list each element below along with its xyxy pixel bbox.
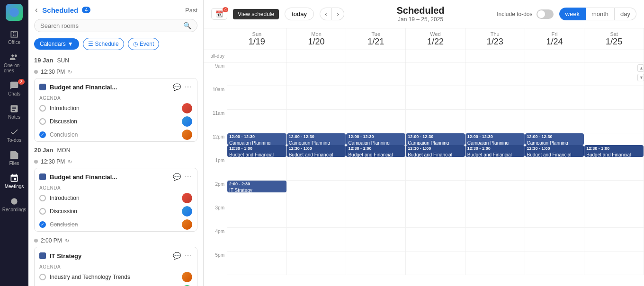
cell-4pm-3[interactable] <box>406 228 465 251</box>
cell-11am-5[interactable] <box>525 110 585 133</box>
event-budget-fri[interactable]: 12:30 - 1:00 Budget and Financial Review <box>525 145 584 157</box>
cell-3pm-1[interactable] <box>287 204 347 228</box>
sidebar-item-chats[interactable]: 3 Chats <box>2 78 27 99</box>
cell-2pm-6[interactable] <box>584 181 644 204</box>
refresh-icon-1-0[interactable]: ↻ <box>68 159 72 165</box>
cell-3pm-0[interactable] <box>227 204 287 228</box>
cell-9am-6[interactable] <box>584 62 644 86</box>
sidebar-item-one-on-ones[interactable]: One-on-ones <box>2 50 27 76</box>
cell-11am-1[interactable] <box>287 110 347 133</box>
cell-1pm-5[interactable] <box>525 157 585 181</box>
prev-arrow[interactable]: ‹ <box>320 8 332 20</box>
cell-12pm-5[interactable]: 12:00 - 12:30 Campaign Planning 12:30 - … <box>525 133 585 157</box>
cell-5pm-1[interactable] <box>287 251 347 275</box>
cell-12pm-0[interactable]: 12:00 - 12:30 Campaign Planning 12:30 - … <box>227 133 287 157</box>
sidebar-item-files[interactable]: Files <box>2 147 27 169</box>
meeting-card-1-0[interactable]: Budget and Financial... 💬 ⋯ AGENDA Intro… <box>34 168 197 232</box>
cell-4pm-4[interactable] <box>465 228 525 251</box>
event-budget-sun[interactable]: 12:30 - 1:00 Budget and Financial Review <box>227 145 286 157</box>
include-todos-toggle[interactable] <box>537 9 554 19</box>
cell-1pm-6[interactable] <box>584 157 644 181</box>
cell-11am-4[interactable] <box>465 110 525 133</box>
scroll-up-button[interactable]: ▲ <box>637 64 644 72</box>
cell-9am-2[interactable] <box>346 62 406 86</box>
cell-12pm-2[interactable]: 12:00 - 12:30 Campaign Planning 12:30 - … <box>346 133 406 157</box>
schedule-button[interactable]: ☰ Schedule <box>83 38 124 50</box>
cell-9am-4[interactable] <box>465 62 525 86</box>
cell-2pm-0[interactable]: 2:00 - 2:30 IT Strategy <box>227 181 287 204</box>
event-budget-wed[interactable]: 12:30 - 1:00 Budget and Financial Review <box>406 145 465 157</box>
event-budget-thu[interactable]: 12:30 - 1:00 Budget and Financial Review <box>465 145 525 157</box>
cell-9am-3[interactable] <box>406 62 465 86</box>
sidebar-item-notes[interactable]: Notes <box>2 101 27 122</box>
refresh-icon-1-1[interactable]: ↻ <box>65 238 69 244</box>
event-campaign-sun[interactable]: 12:00 - 12:30 Campaign Planning <box>227 133 286 145</box>
cell-3pm-4[interactable] <box>465 204 525 228</box>
event-budget-sat[interactable]: 12:30 - 1:00 Budget and Financial Review <box>584 145 644 157</box>
calendar-icon-button[interactable]: 📆 4 <box>211 8 227 20</box>
today-button[interactable]: today <box>285 8 314 20</box>
cell-4pm-5[interactable] <box>525 228 585 251</box>
event-it-strategy[interactable]: 2:00 - 2:30 IT Strategy <box>227 181 286 192</box>
sidebar-item-recordings[interactable]: Recordings <box>2 194 27 215</box>
meeting-card-1-1[interactable]: IT Strategy 💬 ⋯ AGENDA Industry and Tech… <box>34 247 197 286</box>
cell-5pm-4[interactable] <box>465 251 525 275</box>
tab-month[interactable]: month <box>586 8 615 20</box>
cell-2pm-3[interactable] <box>406 181 465 204</box>
cell-12pm-4[interactable]: 12:00 - 12:30 Campaign Planning 12:30 - … <box>465 133 525 157</box>
cell-10am-3[interactable] <box>406 86 465 110</box>
cell-3pm-3[interactable] <box>406 204 465 228</box>
cell-1pm-0[interactable] <box>227 157 287 181</box>
event-campaign-fri[interactable]: 12:00 - 12:30 Campaign Planning <box>525 133 584 145</box>
cell-4pm-6[interactable] <box>584 228 644 251</box>
cell-3pm-5[interactable] <box>525 204 585 228</box>
cell-5pm-3[interactable] <box>406 251 465 275</box>
cell-9am-1[interactable] <box>287 62 347 86</box>
calendars-button[interactable]: Calendars ▼ <box>34 38 79 50</box>
cell-2pm-5[interactable] <box>525 181 585 204</box>
next-arrow[interactable]: › <box>332 8 344 20</box>
event-campaign-thu[interactable]: 12:00 - 12:30 Campaign Planning <box>465 133 525 145</box>
cell-4pm-2[interactable] <box>346 228 406 251</box>
sidebar-item-meetings[interactable]: Meetings <box>2 171 27 192</box>
cell-1pm-1[interactable] <box>287 157 347 181</box>
event-campaign-wed[interactable]: 12:00 - 12:30 Campaign Planning <box>406 133 465 145</box>
sidebar-item-todos[interactable]: To-dos <box>2 124 27 146</box>
cell-3pm-6[interactable] <box>584 204 644 228</box>
cell-1pm-3[interactable] <box>406 157 465 181</box>
tab-day[interactable]: day <box>615 8 636 20</box>
past-button[interactable]: Past <box>185 7 197 14</box>
cell-11am-0[interactable] <box>227 110 287 133</box>
cell-12pm-1[interactable]: 12:00 - 12:30 Campaign Planning 12:30 - … <box>287 133 347 157</box>
meeting-comment-btn-1-0[interactable]: 💬 <box>172 172 182 182</box>
cell-10am-0[interactable] <box>227 86 287 110</box>
cell-11am-3[interactable] <box>406 110 465 133</box>
meeting-more-btn-0[interactable]: ⋯ <box>184 82 192 92</box>
sidebar-item-office[interactable]: Office <box>2 26 27 48</box>
cell-11am-2[interactable] <box>346 110 406 133</box>
cell-10am-5[interactable] <box>525 86 585 110</box>
event-button[interactable]: ◷ Event <box>128 38 160 50</box>
cell-5pm-5[interactable] <box>525 251 585 275</box>
cell-4pm-0[interactable] <box>227 228 287 251</box>
cell-2pm-1[interactable] <box>287 181 347 204</box>
tab-week[interactable]: week <box>559 8 586 20</box>
cell-5pm-2[interactable] <box>346 251 406 275</box>
cell-3pm-2[interactable] <box>346 204 406 228</box>
event-campaign-tue[interactable]: 12:00 - 12:30 Campaign Planning <box>346 133 405 145</box>
cell-10am-1[interactable] <box>287 86 347 110</box>
cell-11am-6[interactable] <box>584 110 644 133</box>
cell-10am-4[interactable] <box>465 86 525 110</box>
cell-1pm-2[interactable] <box>346 157 406 181</box>
cell-10am-6[interactable] <box>584 86 644 110</box>
meeting-card-0[interactable]: Budget and Financial... 💬 ⋯ AGENDA Intro… <box>34 78 197 142</box>
cell-1pm-4[interactable] <box>465 157 525 181</box>
meeting-more-btn-1-0[interactable]: ⋯ <box>184 172 192 182</box>
meeting-more-btn-1-1[interactable]: ⋯ <box>184 251 192 260</box>
cell-5pm-6[interactable] <box>584 251 644 275</box>
collapse-button[interactable]: ‹ <box>34 5 38 15</box>
meeting-comment-btn-1-1[interactable]: 💬 <box>172 251 182 260</box>
refresh-icon-0[interactable]: ↻ <box>68 69 72 75</box>
cell-12pm-6[interactable]: 12:30 - 1:00 Budget and Financial Review <box>584 133 644 157</box>
search-input[interactable] <box>40 22 179 29</box>
